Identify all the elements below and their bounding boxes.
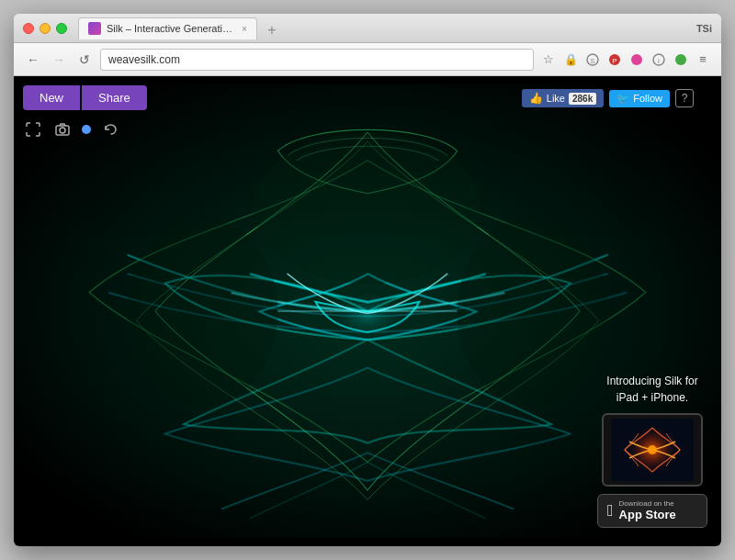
intro-line2: iPad + iPhone. [616, 391, 688, 404]
svg-point-13 [458, 217, 608, 405]
fb-count: 286k [569, 93, 596, 105]
svg-point-11 [254, 132, 481, 283]
tab-favicon [88, 22, 101, 35]
facebook-like-button[interactable]: 👍 Like 286k [522, 89, 604, 107]
apple-logo-icon:  [607, 502, 614, 519]
app-store-label: App Store [619, 508, 676, 522]
tw-follow-label: Follow [633, 93, 662, 104]
svg-text:i: i [658, 56, 660, 64]
traffic-lights [23, 23, 67, 34]
extension-icon-2[interactable]: S [583, 50, 602, 69]
intro-line1: Introducing Silk for [606, 375, 697, 387]
refresh-button[interactable]: ↺ [74, 50, 95, 70]
tab-bar: Silk – Interactive Generati… × + [78, 17, 696, 39]
app-store-text-group: Download on the App Store [619, 499, 676, 522]
fb-thumb-icon: 👍 [529, 92, 543, 105]
ipad-screen [611, 419, 694, 481]
new-button[interactable]: New [23, 85, 80, 110]
extension-icon-1[interactable]: 🔒 [561, 50, 580, 69]
svg-point-4 [631, 54, 642, 65]
extension-icon-4[interactable] [628, 50, 646, 69]
svg-text:P: P [612, 56, 616, 64]
ipad-mockup [602, 413, 703, 487]
help-button[interactable]: ? [675, 89, 694, 107]
address-bar[interactable]: weavesilk.com [100, 49, 534, 71]
browser-window: Silk – Interactive Generati… × + TSi ← →… [14, 14, 721, 546]
share-button[interactable]: Share [82, 85, 147, 110]
undo-icon[interactable] [100, 119, 120, 140]
user-initial: TSi [696, 23, 712, 34]
download-on-label: Download on the [619, 499, 676, 509]
close-button[interactable] [23, 23, 34, 34]
app-store-panel: Introducing Silk for iPad + iPhone. [593, 373, 712, 528]
svg-point-18 [648, 445, 657, 454]
browser-tab[interactable]: Silk – Interactive Generati… × [78, 17, 257, 39]
action-buttons: New Share [23, 85, 147, 110]
nav-icons-right: ☆ 🔒 S P i ≡ [539, 50, 712, 69]
tool-row [23, 118, 147, 140]
bookmark-icon[interactable]: ☆ [539, 50, 558, 69]
extension-icon-5[interactable]: i [650, 50, 668, 69]
twitter-follow-button[interactable]: 🐦 Follow [609, 90, 670, 107]
svg-point-15 [60, 128, 65, 133]
app-intro-text: Introducing Silk for iPad + iPhone. [606, 373, 697, 406]
social-overlay: 👍 Like 286k 🐦 Follow ? [522, 89, 694, 107]
extension-icon-6[interactable] [672, 50, 690, 69]
camera-icon[interactable] [52, 119, 73, 140]
back-button[interactable]: ← [23, 50, 43, 70]
new-tab-button[interactable]: + [261, 21, 283, 39]
tab-close-button[interactable]: × [242, 24, 247, 34]
nav-bar: ← → ↺ weavesilk.com ☆ 🔒 S P i ≡ [14, 43, 721, 76]
tab-title: Silk – Interactive Generati… [107, 23, 232, 34]
color-dot[interactable] [82, 125, 91, 134]
fb-like-label: Like [547, 93, 565, 104]
url-text: weavesilk.com [108, 53, 526, 66]
maximize-button[interactable] [56, 23, 67, 34]
controls-overlay: New Share [23, 85, 147, 140]
menu-button[interactable]: ≡ [694, 50, 712, 69]
app-store-button[interactable]:  Download on the App Store [597, 494, 707, 528]
svg-text:S: S [590, 56, 594, 64]
tw-bird-icon: 🐦 [616, 93, 629, 105]
svg-point-7 [675, 54, 686, 65]
forward-button[interactable]: → [49, 50, 69, 70]
title-bar: Silk – Interactive Generati… × + TSi [14, 14, 721, 43]
svg-point-12 [127, 217, 277, 405]
fullscreen-icon[interactable] [23, 119, 43, 140]
extension-icon-3[interactable]: P [605, 50, 624, 69]
content-area[interactable]: New Share [14, 76, 721, 546]
minimize-button[interactable] [40, 23, 51, 34]
